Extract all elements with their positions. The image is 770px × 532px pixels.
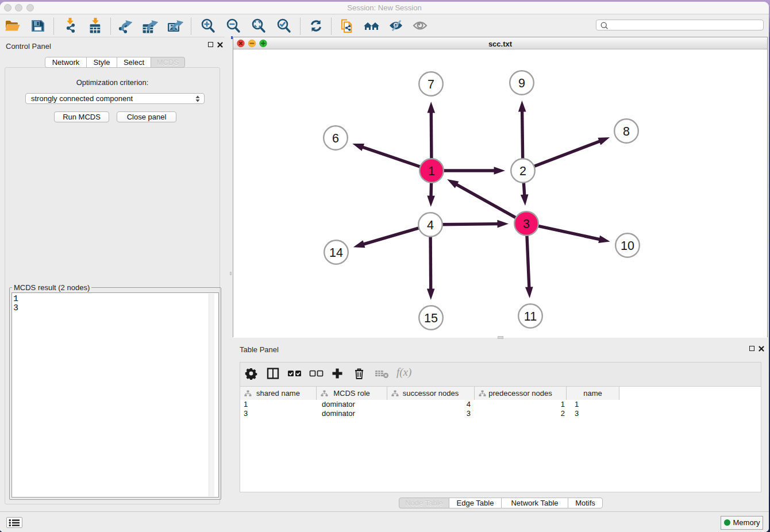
svg-text:2: 2 [519,164,526,178]
svg-text:10: 10 [621,239,634,253]
svg-text:14: 14 [329,246,343,260]
svg-text:1: 1 [428,164,435,178]
svg-text:15: 15 [424,311,438,325]
svg-text:4: 4 [427,218,434,232]
svg-text:11: 11 [524,310,537,323]
svg-text:9: 9 [518,76,525,90]
svg-text:8: 8 [623,125,630,138]
svg-text:6: 6 [332,132,339,145]
svg-text:7: 7 [428,78,434,91]
svg-text:3: 3 [523,217,530,231]
